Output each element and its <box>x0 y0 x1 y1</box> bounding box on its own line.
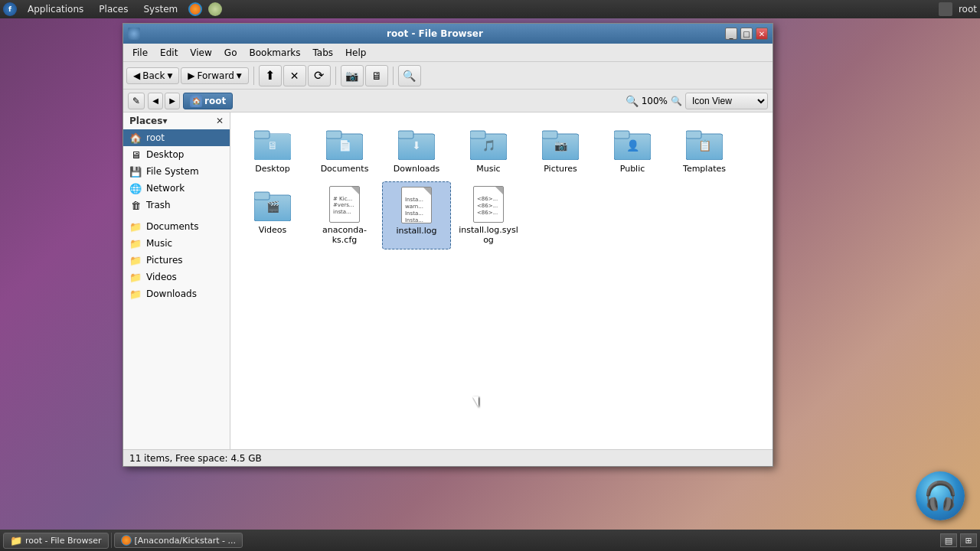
forward-dropdown-icon: ▼ <box>237 72 242 80</box>
file-item-documents[interactable]: 📄 Documents <box>310 120 379 178</box>
music-sidebar-icon: 📁 <box>129 237 142 249</box>
star-icon[interactable] <box>208 2 222 16</box>
file-item-pictures[interactable]: 📷 Pictures <box>526 120 595 178</box>
taskbar-anaconda-icon <box>121 535 132 546</box>
desktop-folder-label: Desktop <box>255 164 289 174</box>
menu-file[interactable]: File <box>126 46 154 60</box>
svg-rect-20 <box>686 131 701 139</box>
music-folder-label: Music <box>476 164 500 174</box>
location-nav: ◀ ▶ <box>148 93 180 109</box>
taskbar-view-btn-grid[interactable]: ⊞ <box>960 533 977 547</box>
stop-button[interactable]: ✕ <box>283 65 306 86</box>
file-item-videos[interactable]: 🎬 Videos <box>238 181 307 249</box>
reload-button[interactable]: ⟳ <box>308 65 331 86</box>
file-item-downloads[interactable]: ⬇ Downloads <box>382 120 451 178</box>
taskbar-item-file-browser[interactable]: 📁 root - File Browser <box>3 533 109 549</box>
sidebar-header[interactable]: Places ▾ ✕ <box>123 112 230 129</box>
toolbar: ◀ Back ▼ ▶ Forward ▼ ⬆ ✕ ⟳ 📷 🖥 🔍 <box>123 62 773 90</box>
file-item-desktop[interactable]: 🖥 Desktop <box>238 120 307 178</box>
firefox-icon[interactable] <box>188 2 202 16</box>
taskbar-separator <box>111 533 112 548</box>
sidebar-close-button[interactable]: ✕ <box>216 116 224 126</box>
tray-headphone-icon: 🎧 <box>916 471 965 520</box>
zoom-out-button[interactable]: 🔍 <box>626 95 639 107</box>
zoom-in-button[interactable]: 🔍 <box>671 96 682 106</box>
sidebar: Places ▾ ✕ 🏠 root 🖥 Desktop 💾 File Syste… <box>123 112 230 449</box>
sidebar-item-videos-label: Videos <box>146 272 177 282</box>
file-browser-window: root - File Browser _ □ ✕ File Edit View… <box>122 23 773 467</box>
menu-help[interactable]: Help <box>339 46 372 60</box>
search-button[interactable]: 🔍 <box>398 65 421 86</box>
svg-text:👤: 👤 <box>626 139 640 152</box>
file-item-templates[interactable]: 📋 Templates <box>670 120 739 178</box>
sidebar-item-downloads[interactable]: 📁 Downloads <box>123 285 230 302</box>
sidebar-item-root[interactable]: 🏠 root <box>123 129 230 146</box>
sidebar-item-network[interactable]: 🌐 Network <box>123 180 230 197</box>
sidebar-item-documents-label: Documents <box>146 221 198 232</box>
window-controls: _ □ ✕ <box>725 28 768 40</box>
svg-rect-8 <box>398 131 413 139</box>
monitor-button[interactable]: 🖥 <box>365 65 388 86</box>
sidebar-item-desktop[interactable]: 🖥 Desktop <box>123 146 230 163</box>
sidebar-item-filesystem[interactable]: 💾 File System <box>123 163 230 180</box>
menu-view[interactable]: View <box>184 46 217 60</box>
root-sidebar-icon: 🏠 <box>129 132 142 144</box>
maximize-button[interactable]: □ <box>740 28 753 40</box>
sidebar-item-pictures[interactable]: 📁 Pictures <box>123 252 230 269</box>
install-log-syslog-label: install.log.syslog <box>459 225 518 245</box>
toolbar-separator-3 <box>393 67 394 85</box>
zoom-area: 🔍 100% 🔍 Icon View List View Compact Vie… <box>626 93 768 109</box>
places-menu[interactable]: Places <box>94 2 132 16</box>
sidebar-item-music-label: Music <box>146 238 172 249</box>
sidebar-item-documents[interactable]: 📁 Documents <box>123 218 230 235</box>
menu-edit[interactable]: Edit <box>154 46 184 60</box>
menu-go[interactable]: Go <box>218 46 243 60</box>
svg-text:🖥: 🖥 <box>267 139 278 152</box>
taskbar-item-anaconda[interactable]: [Anaconda/Kickstart - ... <box>114 533 243 548</box>
trash-sidebar-icon: 🗑 <box>129 199 142 211</box>
templates-folder-label: Templates <box>683 164 726 174</box>
location-toggle-button[interactable]: ✎ <box>128 93 145 109</box>
fedora-logo[interactable]: f <box>3 2 17 16</box>
sidebar-item-music[interactable]: 📁 Music <box>123 235 230 252</box>
file-item-install-log-syslog[interactable]: <86>... <86>... <86>... install.log.sysl… <box>454 181 523 249</box>
menu-bookmarks[interactable]: Bookmarks <box>243 46 306 60</box>
taskbar-view-btn-list[interactable]: ▤ <box>940 533 957 547</box>
forward-button[interactable]: ▶ Forward ▼ <box>181 67 248 84</box>
pictures-folder-icon: 📷 <box>542 125 579 161</box>
system-menu[interactable]: System <box>139 2 182 16</box>
taskbar-anaconda-label: [Anaconda/Kickstart - ... <box>135 536 236 546</box>
taskbar-file-browser-label: root - File Browser <box>25 536 102 546</box>
minimize-button[interactable]: _ <box>725 28 737 40</box>
file-area: 🖥 Desktop 📄 Documents <box>230 112 773 449</box>
system-tray: 🎧 <box>916 471 965 520</box>
sidebar-item-trash[interactable]: 🗑 Trash <box>123 197 230 214</box>
root-path-icon: 🏠 <box>190 95 202 107</box>
location-path-root[interactable]: 🏠 root <box>183 93 233 109</box>
close-button[interactable]: ✕ <box>756 28 768 40</box>
downloads-folder-icon: ⬇ <box>398 125 435 161</box>
view-mode-select[interactable]: Icon View List View Compact View <box>685 93 768 109</box>
camera-button[interactable]: 📷 <box>341 65 364 86</box>
sidebar-item-filesystem-label: File System <box>146 166 199 177</box>
back-button[interactable]: ◀ Back ▼ <box>126 67 179 84</box>
file-item-anaconda[interactable]: # Kic... #vers... insta... anaconda-ks.c… <box>310 181 379 249</box>
documents-folder-label: Documents <box>321 164 369 174</box>
menu-tabs[interactable]: Tabs <box>307 46 340 60</box>
tray-icon-1[interactable] <box>939 2 952 16</box>
zoom-level: 100% <box>642 96 668 106</box>
file-item-music[interactable]: 🎵 Music <box>454 120 523 178</box>
up-button[interactable]: ⬆ <box>259 65 282 86</box>
forward-arrow-icon: ▶ <box>188 70 194 81</box>
sidebar-item-root-label: root <box>146 132 165 143</box>
location-forward-button[interactable]: ▶ <box>165 93 180 109</box>
sidebar-item-videos[interactable]: 📁 Videos <box>123 269 230 285</box>
file-item-public[interactable]: 👤 Public <box>598 120 667 178</box>
applications-menu[interactable]: Applications <box>23 2 88 16</box>
file-item-install-log[interactable]: Insta... warn... Insta... Insta... insta… <box>382 181 451 249</box>
svg-text:📷: 📷 <box>554 139 568 152</box>
install-log-icon: Insta... warn... Insta... Insta... <box>398 187 435 223</box>
svg-text:🎵: 🎵 <box>482 139 496 152</box>
location-back-button[interactable]: ◀ <box>148 93 163 109</box>
videos-sidebar-icon: 📁 <box>129 271 142 283</box>
